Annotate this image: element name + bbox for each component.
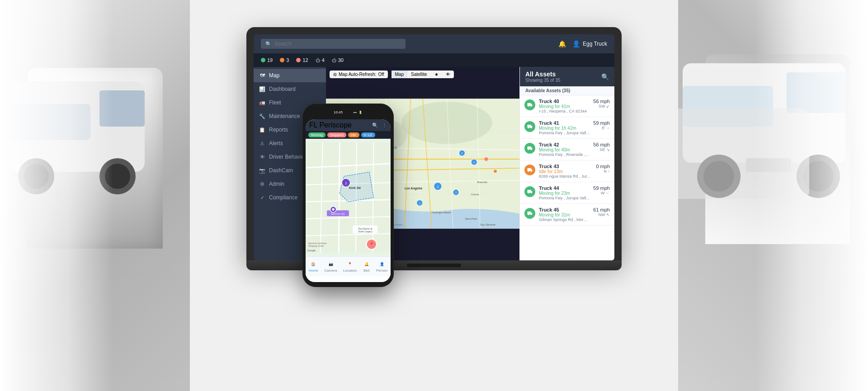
phone-app-header: FL Periscope 🔍 ⋮ xyxy=(306,119,391,131)
stopped-status: 12 xyxy=(296,57,308,63)
phone-more-icon[interactable]: ⋮ xyxy=(382,122,387,128)
assets-count: Showing 35 of 35 xyxy=(525,78,560,83)
phone-nav-bell-label: Bell xyxy=(363,269,369,273)
assets-panel: All Assets Showing 35 of 35 🔍 Available … xyxy=(519,67,614,260)
asset-truck-icon xyxy=(524,186,535,197)
idle2-count: 4 xyxy=(322,57,325,63)
svg-point-53 xyxy=(494,170,497,173)
asset-truck-icon xyxy=(524,165,535,175)
phone-nav-person-label: Person xyxy=(376,269,387,273)
svg-text:Riverside: Riverside xyxy=(477,181,487,184)
asset-status: Moving for 40m xyxy=(539,147,590,152)
svg-text:Huntington Beach: Huntington Beach xyxy=(432,211,451,214)
phone-nav-person[interactable]: 👤 Person xyxy=(376,260,387,273)
phone-badge-stopped: Stopped xyxy=(327,132,346,137)
asset-info: Truck 41 Moving for 1h 42m Pomona Fwy , … xyxy=(539,120,590,135)
svg-text:3: 3 xyxy=(437,185,439,188)
compliance-icon: ✓ xyxy=(259,194,265,201)
sidebar-label-driver: Driver Behavior xyxy=(269,154,307,160)
asset-speed-val: 56 mph xyxy=(593,142,610,147)
map-view-eye-btn[interactable]: 👁 xyxy=(442,71,454,78)
asset-item[interactable]: Truck 40 Moving for 41m I-15 , Hesperia … xyxy=(520,95,614,117)
asset-direction: W ← xyxy=(593,191,610,195)
assets-available-bar: Available Assets (35) xyxy=(520,86,614,95)
sidebar-label-fleet: Fleet xyxy=(269,99,281,106)
asset-status: Idle for 13m xyxy=(539,169,592,174)
sidebar-label-admin: Admin xyxy=(269,181,284,187)
auto-refresh-badge: Map Auto-Refresh: Off xyxy=(330,71,388,78)
sidebar-item-map[interactable]: 🗺 Map xyxy=(254,69,326,82)
username-label: Egg Truck xyxy=(583,41,607,47)
asset-info: Truck 40 Moving for 41m I-15 , Hesperia … xyxy=(539,99,590,113)
asset-item[interactable]: Truck 41 Moving for 1h 42m Pomona Fwy , … xyxy=(520,117,614,139)
search-bar[interactable]: 🔍 xyxy=(261,39,406,49)
search-input[interactable] xyxy=(274,41,401,47)
asset-location: Pomona Fwy , Jurupa Vall... xyxy=(539,131,590,135)
asset-info: Truck 44 Moving for 23m Pomona Fwy , Jur… xyxy=(539,185,590,200)
sidebar-label-maintenance: Maintenance xyxy=(269,113,300,119)
phone-nav-camera[interactable]: 📷 Camera xyxy=(324,260,337,273)
phone-search-icon[interactable]: 🔍 xyxy=(372,122,378,128)
fade-overlay-right xyxy=(755,0,868,391)
map-view-star-btn[interactable]: ★ xyxy=(431,71,442,78)
asset-direction: E → xyxy=(593,126,610,130)
assets-list: Truck 40 Moving for 41m I-15 , Hesperia … xyxy=(520,95,614,260)
asset-info: Truck 45 Moving for 31m Gilman Springs R… xyxy=(539,207,590,222)
phone-nav-location[interactable]: 📍 Location xyxy=(343,260,357,273)
fade-overlay-left xyxy=(0,0,113,391)
asset-item[interactable]: Truck 45 Moving for 31m Gilman Springs R… xyxy=(520,204,614,226)
svg-point-18 xyxy=(401,102,492,144)
phone-map[interactable]: Kent Jid 2 9 Epicson HQ 📍 Th xyxy=(306,139,391,256)
search-icon: 🔍 xyxy=(265,41,272,47)
asset-name: Truck 43 xyxy=(539,164,592,169)
asset-speed: 56 mph SE ↘ xyxy=(593,142,610,152)
phone-signal-icon: ▪▪▪ xyxy=(354,111,357,114)
assets-header: All Assets Showing 35 of 35 🔍 xyxy=(520,67,614,86)
sidebar-item-dashboard[interactable]: 📊 Dashboard xyxy=(254,82,326,96)
sidebar-label-reports: Reports xyxy=(269,127,288,133)
asset-speed-val: 59 mph xyxy=(593,185,610,191)
phone-screen: FL Periscope 🔍 ⋮ Moving Stopped Idle In … xyxy=(306,119,391,282)
reports-icon: 📋 xyxy=(259,127,265,133)
map-view-satellite-btn[interactable]: Satellite xyxy=(407,71,431,78)
svg-text:San Clemente: San Clemente xyxy=(480,223,495,226)
phone-battery-icon: 🔋 xyxy=(359,111,363,114)
fleet-icon: 🚛 xyxy=(259,99,265,106)
asset-item[interactable]: Truck 44 Moving for 23m Pomona Fwy , Jur… xyxy=(520,182,614,204)
map-view-toggle[interactable]: Map Satellite ★ 👁 xyxy=(392,71,454,78)
auto-refresh-label: Map Auto-Refresh: xyxy=(339,72,376,77)
asset-item[interactable]: Truck 43 Idle for 13m 6269 Agua Mansa Rd… xyxy=(520,160,614,182)
phone-nav-bell[interactable]: 🔔 Bell xyxy=(363,260,370,273)
asset-info: Truck 42 Moving for 40m Pomona Fwy , Riv… xyxy=(539,142,590,157)
bell-icon[interactable]: 🔔 xyxy=(558,40,566,47)
admin-icon: ⚙ xyxy=(259,181,265,187)
asset-direction: SE ↘ xyxy=(593,147,610,152)
asset-speed-val: 56 mph xyxy=(593,99,610,104)
auto-refresh-value: Off xyxy=(378,72,384,77)
phone-badge-inld: In LD xyxy=(361,132,375,137)
map-icon: 🗺 xyxy=(259,72,265,79)
asset-status: Moving for 23m xyxy=(539,191,590,196)
moving-count: 19 xyxy=(267,57,273,63)
search-assets-icon[interactable]: 🔍 xyxy=(601,73,609,80)
location-icon: 📍 xyxy=(346,260,354,268)
asset-speed: 59 mph W ← xyxy=(593,185,610,195)
driver-icon: 👁 xyxy=(259,154,265,160)
orange-dot xyxy=(280,58,284,62)
camera-icon: 📷 xyxy=(327,260,335,268)
sidebar-label-dashboard: Dashboard xyxy=(269,86,296,92)
idle-status: 3 xyxy=(280,57,289,63)
asset-name: Truck 42 xyxy=(539,142,590,147)
asset-item[interactable]: Truck 42 Moving for 40m Pomona Fwy , Riv… xyxy=(520,139,614,160)
asset-speed-val: 0 mph xyxy=(596,164,610,169)
sidebar-label-dashcam: DashCam xyxy=(269,167,293,174)
phone-nav-home[interactable]: 🏠 Home xyxy=(309,260,318,273)
phone-badge-moving: Moving xyxy=(308,132,326,137)
phone-time: 10:45 xyxy=(334,110,343,114)
svg-text:Corona: Corona xyxy=(471,193,479,196)
asset-truck-icon xyxy=(524,99,535,110)
red-dot xyxy=(296,58,301,62)
dashcam-icon: 📷 xyxy=(259,167,265,174)
map-view-map-btn[interactable]: Map xyxy=(392,71,407,78)
user-icon: 👤 xyxy=(572,40,580,47)
